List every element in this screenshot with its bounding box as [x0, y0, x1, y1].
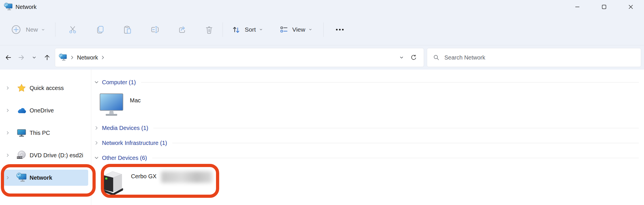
monitor-icon: [16, 127, 27, 138]
sidebar-item-label: DVD Drive (D:) esd2i: [30, 152, 83, 159]
sidebar-item-quick-access[interactable]: Quick access: [3, 80, 88, 96]
up-button[interactable]: [41, 50, 53, 65]
group-label[interactable]: Other Devices (6): [102, 155, 147, 161]
arrow-left-icon: [5, 54, 12, 61]
group-header-other-devices[interactable]: Other Devices (6): [94, 154, 639, 162]
file-item-cerbo-gx[interactable]: Cerbo GX: [94, 169, 639, 196]
search-icon: [433, 54, 440, 61]
window-chrome: Network: [0, 0, 644, 70]
group-header-computer[interactable]: Computer (1): [94, 78, 639, 86]
new-button[interactable]: New: [11, 24, 45, 35]
new-button-label: New: [26, 26, 38, 33]
share-button[interactable]: [168, 20, 195, 39]
caption-buttons: [564, 0, 644, 14]
network-computer-icon: [16, 172, 27, 183]
rename-button[interactable]: [141, 20, 168, 39]
chevron-down-icon: [308, 27, 313, 32]
forward-button[interactable]: [15, 50, 28, 65]
minimize-button[interactable]: [564, 0, 591, 14]
minimize-icon: [574, 4, 581, 10]
content-area: Quick access OneDrive This PC: [0, 70, 644, 205]
sidebar-item-label: This PC: [30, 130, 50, 136]
toolbar-separator: [55, 22, 55, 37]
onedrive-cloud-icon: [16, 105, 27, 116]
sidebar-item-onedrive[interactable]: OneDrive: [3, 102, 88, 118]
share-icon: [177, 25, 187, 35]
chevron-right-icon[interactable]: [94, 125, 99, 131]
address-dropdown-button[interactable]: [396, 51, 408, 64]
sidebar-item-label: Network: [30, 175, 52, 181]
chevron-right-icon[interactable]: [5, 153, 10, 158]
delete-button[interactable]: [195, 20, 223, 39]
dvd-disc-icon: [16, 150, 27, 161]
network-device-icon: [101, 169, 125, 196]
group-rule: [153, 128, 639, 128]
group-rule: [141, 82, 639, 83]
clipboard-buttons: [59, 20, 223, 39]
navigation-pane: Quick access OneDrive This PC: [0, 70, 91, 205]
arrow-up-icon: [43, 54, 51, 61]
group-header-media-devices[interactable]: Media Devices (1): [94, 124, 639, 132]
item-label: Cerbo GX: [131, 173, 157, 180]
maximize-icon: [601, 4, 607, 10]
sort-arrows-icon: [232, 25, 241, 34]
group-label[interactable]: Media Devices (1): [102, 125, 148, 131]
sidebar-item-dvd-drive[interactable]: DVD Drive (D:) esd2i: [3, 147, 88, 163]
chevron-down-icon: [41, 27, 45, 32]
paste-button[interactable]: [113, 20, 141, 39]
chevron-right-icon[interactable]: [94, 140, 99, 146]
more-options-button[interactable]: [331, 20, 349, 39]
plus-circle-icon: [11, 24, 21, 35]
address-bar[interactable]: Network: [55, 48, 424, 67]
breadcrumb-network[interactable]: Network: [77, 54, 98, 61]
ellipsis-icon: [335, 24, 345, 35]
sidebar-item-this-pc[interactable]: This PC: [3, 125, 88, 141]
chevron-right-icon[interactable]: [5, 85, 10, 91]
file-item-mac[interactable]: Mac: [94, 93, 639, 117]
chevron-right-icon[interactable]: [5, 175, 10, 180]
chevron-right-icon[interactable]: [5, 108, 10, 113]
group-header-network-infrastructure[interactable]: Network Infrastructure (1): [94, 139, 639, 147]
group-label[interactable]: Network Infrastructure (1): [102, 140, 167, 146]
paste-icon: [122, 25, 132, 35]
sidebar-item-label: OneDrive: [30, 107, 54, 114]
toolbar-separator: [223, 22, 223, 37]
copy-icon: [95, 25, 105, 35]
address-bar-row: Network: [0, 45, 644, 70]
breadcrumb-chevron-icon: [69, 54, 75, 61]
item-label: Mac: [130, 97, 141, 104]
sidebar-item-network[interactable]: Network: [3, 170, 88, 186]
close-icon: [628, 4, 634, 10]
recent-locations-button[interactable]: [28, 50, 41, 65]
search-box[interactable]: [427, 48, 641, 67]
chevron-down-icon: [399, 55, 404, 60]
refresh-icon: [410, 54, 417, 61]
search-input[interactable]: [444, 54, 636, 61]
chevron-down-icon[interactable]: [94, 79, 99, 85]
toolbar-separator: [323, 22, 324, 37]
window-title: Network: [16, 4, 36, 10]
close-button[interactable]: [617, 0, 644, 14]
copy-button[interactable]: [86, 20, 113, 39]
star-icon: [16, 83, 27, 93]
chevron-down-icon[interactable]: [94, 155, 99, 161]
arrow-right-icon: [18, 54, 25, 61]
cut-button[interactable]: [59, 20, 86, 39]
sidebar-item-label: Quick access: [30, 85, 64, 91]
group-label[interactable]: Computer (1): [102, 79, 136, 86]
chevron-right-icon[interactable]: [5, 130, 10, 135]
cut-icon: [68, 25, 78, 35]
maximize-button[interactable]: [591, 0, 617, 14]
group-rule: [172, 143, 639, 143]
network-app-icon: [4, 2, 13, 12]
view-button[interactable]: View: [279, 25, 313, 34]
title-bar: Network: [0, 0, 644, 14]
view-button-label: View: [292, 26, 305, 33]
breadcrumb-chevron-icon[interactable]: [100, 54, 106, 61]
refresh-button[interactable]: [408, 51, 420, 64]
chevron-down-icon: [259, 27, 263, 32]
view-list-icon: [279, 25, 289, 34]
back-button[interactable]: [2, 50, 15, 65]
sort-button[interactable]: Sort: [232, 25, 263, 34]
group-rule: [152, 158, 639, 158]
